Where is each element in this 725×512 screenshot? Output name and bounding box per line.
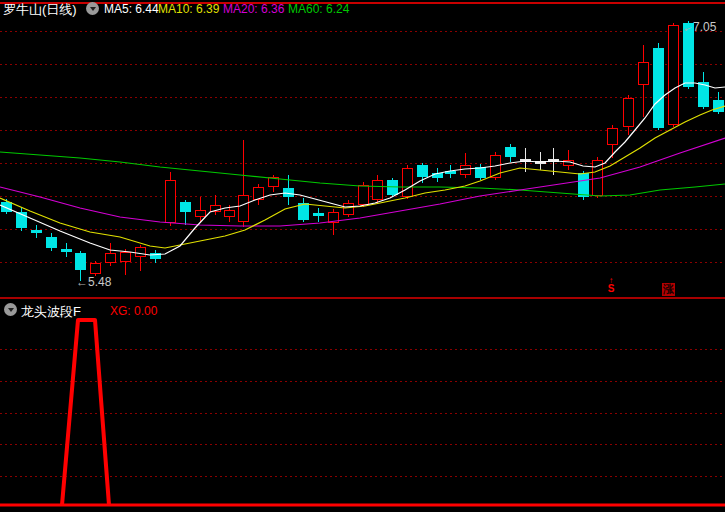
ma10-line [0, 106, 725, 248]
panel-separator [0, 297, 725, 299]
indicator-value-label: XG: 0.00 [110, 304, 157, 318]
indicator-plot-layer [0, 300, 725, 512]
high-price-value: 7.05 [693, 20, 716, 34]
ma60-label: MA60: 6.24 [288, 2, 349, 16]
ma5-line [0, 83, 725, 255]
rise-stamp-icon: 涨 [662, 283, 675, 296]
ma10-label: MA10: 6.39 [158, 2, 219, 16]
indicator-panel-area[interactable]: 龙头波段F XG: 0.00 [0, 300, 725, 512]
indicator-title: 龙头波段F [21, 303, 81, 321]
sell-signal-letter: S [604, 284, 618, 293]
low-price-value: 5.48 [88, 275, 111, 289]
chevron-down-icon[interactable] [4, 303, 17, 316]
stock-title: 罗牛山(日线) [3, 1, 77, 19]
indicator-spike [62, 320, 109, 505]
main-chart-area[interactable]: 罗牛山(日线) MA5: 6.44 MA10: 6.39 MA20: 6.36 … [0, 0, 725, 300]
ma20-label: MA20: 6.36 [223, 2, 284, 16]
ma-lines-layer [0, 0, 725, 300]
sell-signal-marker: ↑ S [604, 278, 618, 293]
stock-chart-app: 罗牛山(日线) MA5: 6.44 MA10: 6.39 MA20: 6.36 … [0, 0, 725, 512]
low-price-annotation: ←5.48 [76, 276, 111, 288]
high-price-annotation: ←7.05 [681, 21, 716, 33]
chevron-down-icon[interactable] [86, 2, 99, 15]
annotation-arrow-icon: ← [76, 276, 88, 288]
ma5-label: MA5: 6.44 [104, 2, 159, 16]
